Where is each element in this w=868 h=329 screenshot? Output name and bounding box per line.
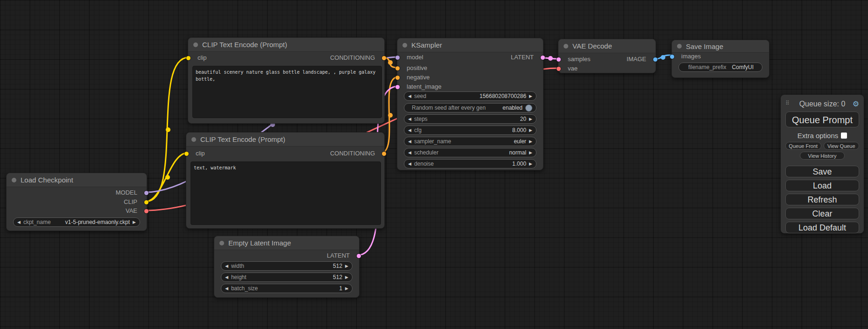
right-arrow-icon[interactable]: ▶ [133, 217, 136, 227]
right-arrow-icon[interactable]: ▶ [345, 261, 348, 271]
collapse-dot-icon[interactable] [402, 43, 407, 48]
extra-options-checkbox[interactable] [841, 133, 847, 139]
clip-input-dot[interactable] [186, 56, 191, 60]
node-vae-decode[interactable]: VAE Decode samples IMAGE vae [558, 39, 656, 73]
collapse-dot-icon[interactable] [219, 241, 224, 245]
left-arrow-icon[interactable]: ◀ [225, 284, 228, 293]
conditioning-output-dot[interactable] [382, 56, 386, 60]
node-title-bar[interactable]: CLIP Text Encode (Prompt) [188, 38, 384, 52]
load-button[interactable]: Load [785, 180, 859, 191]
negative-prompt-textarea[interactable]: text, watermark [191, 161, 381, 225]
collapse-dot-icon[interactable] [193, 42, 198, 47]
queue-prompt-button[interactable]: Queue Prompt [785, 112, 859, 127]
input-label: clip [196, 150, 205, 157]
negative-input-dot[interactable] [395, 76, 400, 80]
node-title-bar[interactable]: CLIP Text Encode (Prompt) [186, 133, 384, 147]
model-input-dot[interactable] [395, 56, 400, 60]
drag-handle-icon[interactable]: ⠿ [785, 100, 790, 106]
output-label: LATENT [511, 54, 534, 61]
left-arrow-icon[interactable]: ◀ [225, 273, 228, 282]
view-history-button[interactable]: View History [800, 152, 845, 160]
image-output-dot[interactable] [653, 57, 657, 62]
width-widget[interactable]: ◀ width 512 ▶ [221, 261, 353, 271]
filename-prefix-widget[interactable]: filename_prefix ComfyUI [678, 63, 762, 72]
left-arrow-icon[interactable]: ◀ [225, 261, 228, 271]
latent-image-input-dot[interactable] [395, 85, 400, 89]
widget-label: batch_size [231, 285, 258, 292]
node-save-image[interactable]: Save Image images filename_prefix ComfyU… [671, 40, 769, 78]
clip-port-dot[interactable] [144, 200, 148, 204]
queue-size-label: Queue size: 0 [799, 100, 846, 108]
left-arrow-icon[interactable]: ◀ [408, 126, 411, 135]
right-arrow-icon[interactable]: ▶ [529, 126, 532, 135]
node-clip-text-encode-negative[interactable]: CLIP Text Encode (Prompt) clip CONDITION… [186, 132, 385, 229]
model-port-dot[interactable] [144, 191, 148, 195]
node-clip-text-encode-positive[interactable]: CLIP Text Encode (Prompt) clip CONDITION… [188, 37, 385, 124]
ckpt-name-widget[interactable]: ◀ ckpt_name v1-5-pruned-emaonly.ckpt ▶ [13, 217, 140, 227]
collapse-dot-icon[interactable] [677, 44, 682, 49]
widget-label: steps [414, 116, 428, 122]
seed-widget[interactable]: ◀ seed 156680208700286 ▶ [404, 91, 536, 101]
node-ksampler[interactable]: KSampler model LATENT positive negative … [397, 38, 543, 170]
left-arrow-icon[interactable]: ◀ [17, 217, 21, 227]
conditioning-output-dot[interactable] [382, 152, 386, 156]
clip-input-dot[interactable] [184, 152, 189, 156]
toggle-enabled-icon[interactable] [525, 105, 532, 112]
node-title-bar[interactable]: Empty Latent Image [214, 236, 359, 250]
left-arrow-icon[interactable]: ◀ [408, 114, 411, 124]
save-button[interactable]: Save [785, 166, 859, 177]
right-arrow-icon[interactable]: ▶ [345, 284, 348, 293]
right-arrow-icon[interactable]: ▶ [529, 137, 532, 146]
right-arrow-icon[interactable]: ▶ [529, 91, 532, 101]
left-arrow-icon[interactable]: ◀ [408, 159, 411, 168]
node-empty-latent-image[interactable]: Empty Latent Image LATENT ◀ width 512 ▶ … [214, 236, 360, 298]
positive-input-dot[interactable] [395, 66, 400, 70]
right-arrow-icon[interactable]: ▶ [529, 148, 532, 157]
latent-output-dot[interactable] [357, 254, 361, 258]
node-title-bar[interactable]: Save Image [672, 40, 769, 53]
right-arrow-icon[interactable]: ▶ [345, 273, 348, 282]
load-default-button[interactable]: Load Default [785, 222, 859, 233]
right-arrow-icon[interactable]: ▶ [529, 159, 532, 168]
output-latent: LATENT [327, 252, 359, 259]
view-queue-button[interactable]: View Queue [824, 142, 860, 150]
link-midpoint-dot [661, 55, 665, 60]
collapse-dot-icon[interactable] [12, 178, 16, 182]
cfg-widget[interactable]: ◀ cfg 8.000 ▶ [404, 126, 536, 135]
output-label: LATENT [327, 252, 350, 259]
height-widget[interactable]: ◀ height 512 ▶ [221, 273, 353, 282]
denoise-widget[interactable]: ◀ denoise 1.000 ▶ [404, 159, 536, 168]
node-title-bar[interactable]: KSampler [397, 38, 543, 52]
random-seed-toggle-widget[interactable]: Random seed after every gen enabled [404, 103, 536, 112]
samples-input-dot[interactable] [557, 57, 561, 62]
clear-button[interactable]: Clear [785, 208, 859, 219]
left-arrow-icon[interactable]: ◀ [408, 137, 411, 146]
node-title-bar[interactable]: VAE Decode [558, 39, 656, 53]
node-title-bar[interactable]: Load Checkpoint [7, 173, 147, 187]
batch-size-widget[interactable]: ◀ batch_size 1 ▶ [221, 284, 353, 293]
vae-port-dot[interactable] [144, 209, 148, 213]
left-arrow-icon[interactable]: ◀ [408, 148, 411, 157]
widget-label: ckpt_name [23, 219, 51, 225]
scheduler-widget[interactable]: ◀ scheduler normal ▶ [404, 148, 536, 157]
steps-widget[interactable]: ◀ steps 20 ▶ [404, 114, 536, 124]
positive-prompt-textarea[interactable]: beautiful scenery nature glass bottle la… [192, 66, 382, 118]
node-title: Save Image [686, 42, 723, 50]
widget-value: euler [514, 138, 526, 145]
images-input-dot[interactable] [670, 55, 674, 59]
vae-input-dot[interactable] [557, 67, 561, 71]
collapse-dot-icon[interactable] [191, 137, 196, 142]
widget-value: 512 [333, 263, 342, 269]
queue-front-button[interactable]: Queue Front [785, 142, 821, 150]
port-row: clip CONDITIONING [186, 150, 384, 157]
gear-icon[interactable]: ⚙ [853, 99, 859, 108]
right-arrow-icon[interactable]: ▶ [529, 114, 532, 124]
left-arrow-icon[interactable]: ◀ [408, 91, 411, 101]
input-label: positive [407, 64, 427, 71]
collapse-dot-icon[interactable] [564, 44, 568, 49]
sampler-name-widget[interactable]: ◀ sampler_name euler ▶ [404, 137, 536, 146]
latent-output-dot[interactable] [541, 56, 545, 60]
refresh-button[interactable]: Refresh [785, 194, 859, 205]
node-graph-canvas[interactable]: Load Checkpoint MODEL CLIP VAE ◀ ckpt_na… [0, 0, 868, 329]
node-load-checkpoint[interactable]: Load Checkpoint MODEL CLIP VAE ◀ ckpt_na… [6, 173, 147, 231]
